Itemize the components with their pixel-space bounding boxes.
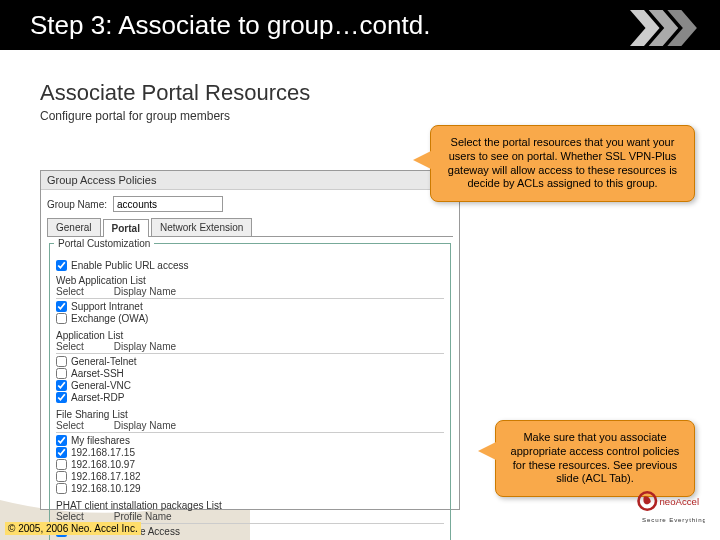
file-col-select: Select — [56, 420, 84, 431]
list-item: Aarset-SSH — [56, 368, 444, 379]
list-item: 192.168.10.129 — [56, 483, 444, 494]
list-item: Aarset-RDP — [56, 392, 444, 403]
portal-customization-legend: Portal Customization — [54, 238, 154, 249]
file-checkbox[interactable] — [56, 483, 67, 494]
group-name-label: Group Name: — [47, 199, 107, 210]
file-checkbox[interactable] — [56, 459, 67, 470]
webapp-header: Web Application List — [56, 275, 444, 286]
list-item: 192.168.17.182 — [56, 471, 444, 482]
file-checkbox[interactable] — [56, 447, 67, 458]
file-name: 192.168.10.97 — [71, 459, 135, 470]
title-bar: Step 3: Associate to group…contd. — [0, 0, 720, 50]
logo-text-top: neoAccel — [660, 496, 700, 507]
app-col-select: Select — [56, 341, 84, 352]
webapp-name: Support Intranet — [71, 301, 143, 312]
phat-col-name: Profile Name — [114, 511, 172, 522]
list-item: Exchange (OWA) — [56, 313, 444, 324]
file-name: My fileshares — [71, 435, 130, 446]
copyright: © 2005, 2006 Neo. Accel Inc. — [5, 522, 141, 535]
phat-header: PHAT client installation packages List — [56, 500, 444, 511]
webapp-col-name: Display Name — [114, 286, 176, 297]
group-access-panel: Group Access Policies Group Name: Genera… — [40, 170, 460, 510]
app-name: General-Telnet — [71, 356, 137, 367]
list-item: 192.168.17.15 — [56, 447, 444, 458]
tabs: General Portal Network Extension — [47, 218, 453, 237]
portal-customization-fieldset: Portal Customization Enable Public URL a… — [49, 243, 451, 540]
callout-bottom: Make sure that you associate appropriate… — [495, 420, 695, 497]
slide-title: Step 3: Associate to group…contd. — [30, 10, 430, 41]
file-header: File Sharing List — [56, 409, 444, 420]
webapp-checkbox[interactable] — [56, 313, 67, 324]
list-item: 192.168.10.97 — [56, 459, 444, 470]
logo-text-bottom: Secure Everything — [642, 516, 705, 523]
list-item: General-Telnet — [56, 356, 444, 367]
file-name: 192.168.17.15 — [71, 447, 135, 458]
app-checkbox[interactable] — [56, 392, 67, 403]
callout-top: Select the portal resources that you wan… — [430, 125, 695, 202]
phat-col-select: Select — [56, 511, 84, 522]
neoaccel-logo: neoAccel Secure Everything — [635, 488, 705, 528]
app-name: Aarset-SSH — [71, 368, 124, 379]
file-name: 192.168.17.182 — [71, 471, 141, 482]
enable-public-url-checkbox[interactable] — [56, 260, 67, 271]
app-name: Aarset-RDP — [71, 392, 124, 403]
group-name-row: Group Name: — [47, 196, 453, 212]
app-name: General-VNC — [71, 380, 131, 391]
file-name: 192.168.10.129 — [71, 483, 141, 494]
app-checkbox[interactable] — [56, 368, 67, 379]
heading-area: Associate Portal Resources Configure por… — [0, 50, 720, 128]
file-col-name: Display Name — [114, 420, 176, 431]
chevron-graphic — [630, 8, 700, 48]
enable-public-url-label: Enable Public URL access — [71, 260, 188, 271]
tab-portal[interactable]: Portal — [103, 219, 149, 237]
panel-title: Group Access Policies — [41, 171, 459, 190]
page-subheading: Configure portal for group members — [40, 109, 720, 123]
page-heading: Associate Portal Resources — [40, 80, 720, 106]
group-name-field[interactable] — [113, 196, 223, 212]
list-item: General-VNC — [56, 380, 444, 391]
app-checkbox[interactable] — [56, 380, 67, 391]
file-checkbox[interactable] — [56, 471, 67, 482]
list-item: My fileshares — [56, 435, 444, 446]
tab-network-extension[interactable]: Network Extension — [151, 218, 252, 236]
app-header: Application List — [56, 330, 444, 341]
webapp-checkbox[interactable] — [56, 301, 67, 312]
list-item: Support Intranet — [56, 301, 444, 312]
webapp-name: Exchange (OWA) — [71, 313, 148, 324]
app-col-name: Display Name — [114, 341, 176, 352]
webapp-col-select: Select — [56, 286, 84, 297]
file-checkbox[interactable] — [56, 435, 67, 446]
tab-general[interactable]: General — [47, 218, 101, 236]
app-checkbox[interactable] — [56, 356, 67, 367]
